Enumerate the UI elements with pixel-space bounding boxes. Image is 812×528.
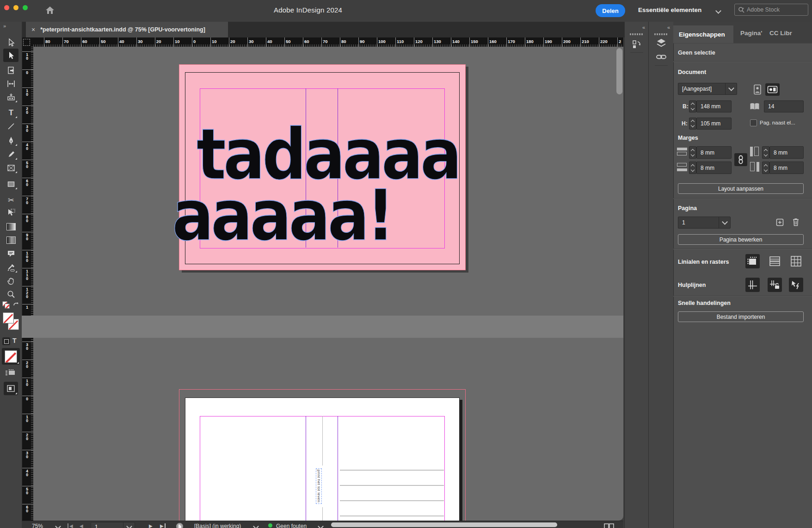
spread-view-icon[interactable] bbox=[604, 523, 614, 528]
close-window-button[interactable] bbox=[4, 5, 9, 10]
page-number-select[interactable]: 1 bbox=[678, 217, 731, 229]
direct-selection-tool[interactable] bbox=[4, 37, 18, 49]
workspace-chevron-down-icon[interactable] bbox=[715, 8, 721, 14]
document-tab[interactable]: × *peterprint-ansichtkaarten.indd @ 75% … bbox=[26, 22, 228, 37]
lock-guides-icon[interactable] bbox=[768, 278, 782, 292]
document-preset-select[interactable]: [Aangepast] bbox=[678, 83, 737, 95]
tab-eigenschappen[interactable]: Eigenschappen bbox=[673, 25, 733, 43]
facing-pages-checkbox[interactable] bbox=[750, 119, 757, 126]
screen-mode-button[interactable] bbox=[4, 382, 18, 395]
hand-tool[interactable] bbox=[4, 275, 18, 287]
margin-left-field[interactable]: 8 mm bbox=[769, 146, 804, 159]
scissors-tool[interactable]: ✂ bbox=[4, 194, 18, 206]
zoom-window-button[interactable] bbox=[23, 5, 28, 10]
vertical-scrollbar[interactable] bbox=[616, 48, 622, 94]
margin-right-stepper[interactable] bbox=[762, 162, 769, 174]
pen-tool[interactable] bbox=[4, 135, 18, 147]
margin-bottom-stepper[interactable] bbox=[689, 162, 696, 174]
line-tool[interactable] bbox=[4, 120, 18, 132]
headline-line2[interactable]: aaaaa! bbox=[172, 180, 392, 251]
pages-panel-icon[interactable] bbox=[630, 38, 643, 53]
edit-page-button[interactable]: Pagina bewerken bbox=[678, 234, 804, 245]
home-icon[interactable] bbox=[44, 5, 55, 16]
margin-top-stepper[interactable] bbox=[689, 146, 696, 159]
dock-grip[interactable] bbox=[654, 33, 667, 35]
show-guides-icon[interactable] bbox=[745, 278, 760, 292]
pencil-tool[interactable] bbox=[4, 149, 18, 161]
margin-right-field[interactable]: 8 mm bbox=[769, 162, 804, 174]
document-grid-icon[interactable] bbox=[789, 254, 803, 268]
zoom-level[interactable]: 75% bbox=[32, 523, 43, 528]
collapse-dock-icon[interactable]: « bbox=[642, 25, 645, 30]
ruler-origin-box[interactable] bbox=[22, 37, 33, 47]
statusbar-page-select[interactable]: 1 bbox=[91, 522, 135, 528]
dock-grip[interactable] bbox=[630, 33, 643, 35]
view-options-icon[interactable] bbox=[5, 369, 17, 376]
formatting-affects-text-icon[interactable]: T bbox=[12, 337, 17, 344]
rectangle-frame-tool[interactable] bbox=[4, 162, 18, 174]
workspace-switcher[interactable]: Essentiële elementen bbox=[638, 6, 701, 13]
type-tool[interactable]: T bbox=[4, 107, 18, 119]
expand-tools-icon[interactable]: » bbox=[3, 23, 6, 29]
default-fill-stroke-icon[interactable] bbox=[2, 301, 9, 308]
swap-fill-stroke-icon[interactable] bbox=[12, 300, 19, 308]
minimize-window-button[interactable] bbox=[13, 5, 18, 10]
zoom-tool[interactable] bbox=[4, 288, 18, 300]
fill-swatch[interactable] bbox=[3, 312, 14, 323]
next-spread-button[interactable]: ▶ bbox=[149, 523, 153, 528]
address-line bbox=[340, 485, 444, 486]
collapse-dock-icon[interactable]: « bbox=[667, 25, 670, 30]
links-panel-icon[interactable] bbox=[655, 51, 668, 66]
rectangle-tool[interactable] bbox=[4, 178, 18, 190]
page2-fold-guide-left[interactable] bbox=[306, 416, 306, 521]
formatting-affects-container-icon[interactable] bbox=[2, 337, 10, 345]
last-spread-button[interactable]: ▶ bbox=[160, 523, 166, 528]
document-canvas[interactable]: tadaaaa aaaaa! print het tot leven bbox=[33, 47, 623, 521]
smart-guides-icon[interactable] bbox=[789, 278, 803, 292]
import-file-button[interactable]: Bestand importeren bbox=[678, 311, 804, 322]
tab-cc-libraries[interactable]: CC Libr bbox=[769, 30, 792, 37]
content-collector-tool[interactable] bbox=[4, 91, 18, 103]
pages-count-field[interactable]: 14 bbox=[764, 100, 804, 112]
cloud-document-icon[interactable] bbox=[175, 522, 184, 528]
layers-panel-icon[interactable] bbox=[655, 37, 668, 49]
show-rulers-icon[interactable] bbox=[745, 254, 760, 268]
margin-top-field[interactable]: 8 mm bbox=[696, 146, 732, 159]
width-stepper[interactable] bbox=[689, 100, 696, 112]
vertical-ruler[interactable]: 1 001 02 03 04 05 06 07 08 09 01 0 01 1 … bbox=[22, 47, 33, 521]
free-transform-tool[interactable] bbox=[4, 207, 18, 219]
note-tool[interactable] bbox=[4, 248, 18, 260]
horizontal-scrollbar[interactable] bbox=[331, 522, 557, 527]
eyedropper-tool[interactable] bbox=[4, 261, 18, 273]
preflight-status[interactable]: Geen fouten bbox=[276, 523, 307, 528]
add-page-icon[interactable] bbox=[775, 217, 784, 227]
margin-bottom-field[interactable]: 8 mm bbox=[696, 162, 732, 174]
page-tool[interactable] bbox=[4, 64, 18, 76]
gap-tool[interactable] bbox=[4, 78, 18, 90]
adjust-layout-button[interactable]: Layout aanpassen bbox=[678, 183, 804, 194]
width-field[interactable]: 148 mm bbox=[696, 100, 732, 112]
link-margins-icon[interactable] bbox=[734, 153, 747, 166]
gradient-feather-tool[interactable] bbox=[4, 234, 18, 246]
first-spread-button[interactable]: ◀ bbox=[68, 523, 73, 528]
horizontal-ruler[interactable]: 8070605040302010010203040506070809010011… bbox=[33, 37, 623, 47]
portrait-orientation-button[interactable] bbox=[752, 84, 763, 95]
tab-paginas[interactable]: Pagina' bbox=[740, 30, 762, 37]
previous-spread-button[interactable]: ◀ bbox=[80, 523, 83, 528]
delete-page-icon[interactable] bbox=[792, 217, 800, 227]
gradient-swatch-tool[interactable] bbox=[4, 221, 18, 233]
page2-fold-guide-right[interactable] bbox=[338, 416, 338, 521]
landscape-orientation-button[interactable] bbox=[765, 83, 780, 96]
close-tab-icon[interactable]: × bbox=[31, 26, 35, 33]
page2-vertical-text[interactable]: print het tot leven bbox=[316, 469, 321, 503]
height-stepper[interactable] bbox=[689, 118, 696, 130]
preflight-profile[interactable]: [Basis] (in werking) bbox=[194, 523, 241, 528]
share-button[interactable]: Delen bbox=[596, 4, 625, 17]
baseline-grid-icon[interactable] bbox=[768, 254, 782, 268]
width-label: B: bbox=[683, 103, 689, 110]
selection-tool[interactable] bbox=[3, 49, 18, 62]
apply-none-button[interactable] bbox=[2, 348, 20, 365]
adobe-stock-search[interactable]: Adobe Stock bbox=[734, 4, 808, 16]
margin-left-stepper[interactable] bbox=[762, 146, 769, 159]
height-field[interactable]: 105 mm bbox=[696, 118, 732, 130]
